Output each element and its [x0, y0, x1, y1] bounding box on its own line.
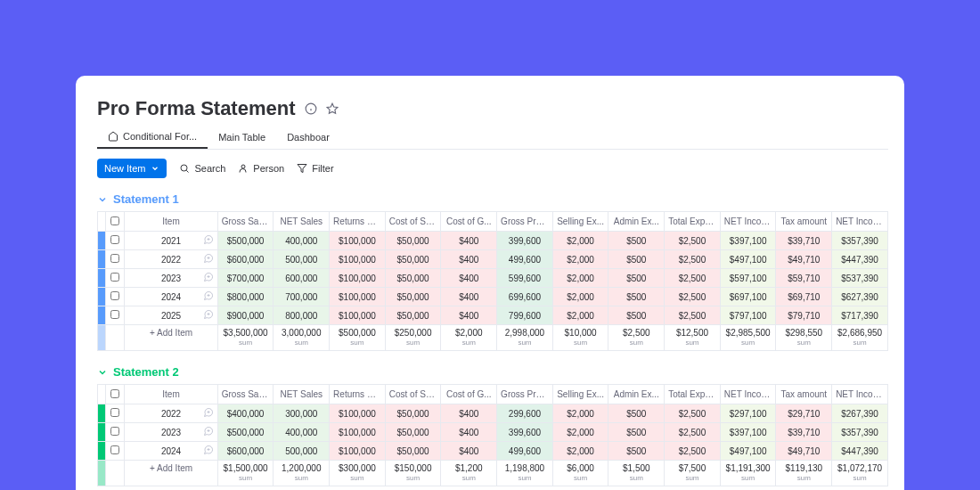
row-checkbox[interactable] [110, 445, 119, 454]
data-cell[interactable]: $39,710 [776, 423, 832, 442]
data-cell[interactable]: $100,000 [330, 232, 386, 250]
data-cell[interactable]: $500 [608, 232, 665, 250]
data-cell[interactable]: 499,600 [497, 250, 553, 269]
filter-tool[interactable]: Filter [297, 163, 333, 174]
data-cell[interactable]: $447,390 [832, 250, 888, 269]
data-cell[interactable]: $357,390 [832, 423, 888, 442]
item-cell[interactable]: 2024 [125, 288, 217, 306]
table-row[interactable]: 2021$500,000400,000$100,000$50,000$40039… [98, 232, 888, 250]
column-header[interactable]: Admin Ex... [608, 385, 665, 404]
table-row[interactable]: 2025$900,000800,000$100,000$50,000$40079… [98, 306, 888, 325]
data-cell[interactable]: $500 [608, 423, 665, 442]
new-item-button[interactable]: New Item [97, 159, 167, 178]
data-cell[interactable]: $400 [441, 404, 497, 423]
data-cell[interactable]: $2,500 [665, 288, 721, 306]
column-header[interactable]: Gross Sales [217, 385, 274, 404]
data-cell[interactable]: $447,390 [832, 442, 888, 461]
data-cell[interactable]: $500 [608, 250, 665, 269]
column-header[interactable]: Selling Ex... [552, 212, 608, 232]
data-cell[interactable]: $500 [608, 269, 665, 288]
data-cell[interactable]: 800,000 [274, 306, 330, 325]
chat-icon[interactable] [203, 234, 214, 247]
person-tool[interactable]: Person [238, 163, 284, 174]
chat-icon[interactable] [203, 407, 214, 420]
data-cell[interactable]: $267,390 [832, 404, 888, 423]
info-icon[interactable] [305, 102, 317, 115]
data-cell[interactable]: $2,500 [665, 306, 721, 325]
item-cell[interactable]: 2022 [125, 250, 217, 269]
data-cell[interactable]: $100,000 [330, 288, 386, 306]
data-cell[interactable]: $50,000 [385, 404, 441, 423]
chat-icon[interactable] [203, 426, 214, 438]
data-cell[interactable]: $400 [441, 250, 497, 269]
data-cell[interactable]: $2,000 [552, 288, 608, 306]
column-header[interactable]: Gross Profit ... [497, 212, 553, 232]
chat-icon[interactable] [203, 290, 214, 303]
chat-icon[interactable] [203, 253, 214, 265]
data-cell[interactable]: 500,000 [274, 442, 330, 461]
data-cell[interactable]: $2,500 [665, 269, 721, 288]
group-header[interactable]: Statement 1 [97, 192, 888, 206]
column-header[interactable]: NET Incom... [720, 385, 776, 404]
item-cell[interactable]: 2022 [125, 404, 217, 423]
data-cell[interactable]: $397,100 [720, 423, 776, 442]
data-cell[interactable]: 500,000 [274, 250, 330, 269]
data-cell[interactable]: $2,000 [552, 269, 608, 288]
data-cell[interactable]: $400,000 [217, 404, 274, 423]
row-checkbox[interactable] [110, 235, 119, 244]
data-cell[interactable]: $400 [441, 269, 497, 288]
data-cell[interactable]: 400,000 [274, 232, 330, 250]
data-cell[interactable]: $2,500 [665, 404, 721, 423]
column-header[interactable]: Item [125, 212, 217, 232]
data-cell[interactable]: $400 [441, 442, 497, 461]
chat-icon[interactable] [203, 272, 214, 284]
data-cell[interactable]: $50,000 [385, 306, 441, 325]
data-cell[interactable]: $697,100 [720, 288, 776, 306]
row-checkbox[interactable] [110, 427, 119, 436]
column-header[interactable]: Gross Sales [217, 212, 274, 232]
data-cell[interactable]: $500 [608, 306, 665, 325]
data-cell[interactable]: $400 [441, 288, 497, 306]
data-cell[interactable]: $797,100 [720, 306, 776, 325]
data-cell[interactable]: 700,000 [274, 288, 330, 306]
star-icon[interactable] [326, 102, 339, 115]
data-cell[interactable]: 399,600 [497, 423, 553, 442]
data-cell[interactable]: 699,600 [497, 288, 553, 306]
data-cell[interactable]: 600,000 [274, 269, 330, 288]
select-all-checkbox[interactable] [110, 216, 119, 225]
data-cell[interactable]: $500,000 [217, 423, 274, 442]
data-cell[interactable]: 499,600 [497, 442, 553, 461]
data-cell[interactable]: $2,500 [665, 423, 721, 442]
data-cell[interactable]: $50,000 [385, 288, 441, 306]
column-header[interactable]: Cost of G... [441, 385, 497, 404]
row-checkbox[interactable] [110, 291, 119, 300]
data-cell[interactable]: $2,500 [665, 232, 721, 250]
tab-1[interactable]: Main Table [208, 126, 276, 149]
data-cell[interactable]: $59,710 [776, 269, 832, 288]
data-cell[interactable]: $397,100 [720, 232, 776, 250]
column-header[interactable]: Item [125, 385, 217, 404]
table-row[interactable]: 2024$800,000700,000$100,000$50,000$40069… [98, 288, 888, 306]
column-header[interactable]: Selling Ex... [552, 385, 608, 404]
column-header[interactable]: Total Expe... [665, 385, 721, 404]
data-cell[interactable]: $2,000 [552, 423, 608, 442]
chat-icon[interactable] [203, 309, 214, 322]
column-header[interactable]: Cost of Sal... [385, 385, 441, 404]
tab-0[interactable]: Conditional For... [97, 126, 208, 149]
table-row[interactable]: 2023$700,000600,000$100,000$50,000$40059… [98, 269, 888, 288]
group-header[interactable]: Statement 2 [97, 365, 888, 379]
data-cell[interactable]: $500 [608, 442, 665, 461]
data-cell[interactable]: $500,000 [217, 232, 274, 250]
data-cell[interactable]: $2,000 [552, 442, 608, 461]
data-cell[interactable]: $2,500 [665, 250, 721, 269]
select-all-checkbox[interactable] [110, 389, 119, 398]
add-item-button[interactable]: + Add Item [125, 461, 217, 486]
data-cell[interactable]: 399,600 [497, 232, 553, 250]
data-cell[interactable]: $2,000 [552, 306, 608, 325]
column-header[interactable]: Returns & ... [330, 385, 386, 404]
row-checkbox[interactable] [110, 273, 119, 282]
data-cell[interactable]: 799,600 [497, 306, 553, 325]
data-cell[interactable]: $297,100 [720, 404, 776, 423]
data-cell[interactable]: $497,100 [720, 442, 776, 461]
column-header[interactable]: Total Expe... [665, 212, 721, 232]
